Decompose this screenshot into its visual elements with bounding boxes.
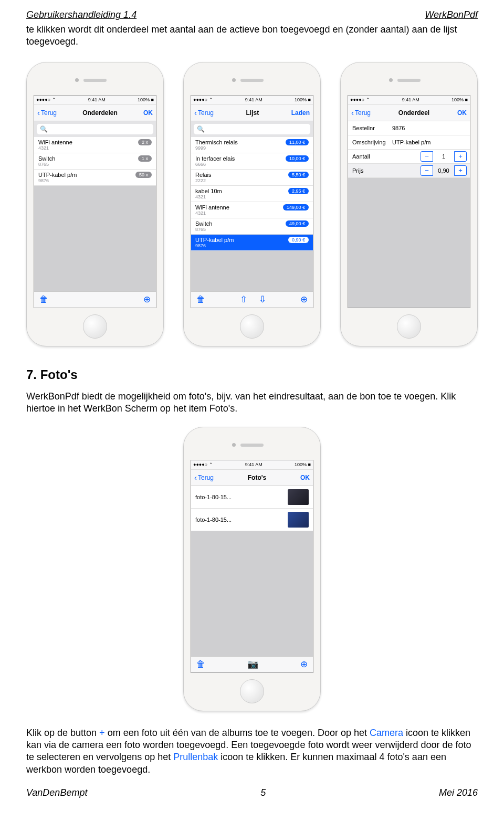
- phone-onderdeel: ●●●●○ ⌃9:41 AM100% ■ ‹Terug Onderdeel OK…: [340, 62, 478, 346]
- chevron-left-icon: ‹: [194, 473, 197, 481]
- plus-button[interactable]: +: [454, 165, 467, 176]
- phone-fotos: ●●●●○ ⌃9:41 AM100% ■ ‹Terug Foto's OK fo…: [183, 427, 321, 711]
- trash-icon[interactable]: 🗑: [39, 294, 48, 305]
- price-badge: 2,95 €: [288, 188, 309, 194]
- section-heading: 7. Foto's: [26, 367, 478, 382]
- minus-button[interactable]: −: [421, 165, 433, 176]
- photo-thumbnail: [288, 512, 309, 528]
- parts-list: WiFi antenne43212 x Switch87651 x UTP-ka…: [34, 137, 156, 186]
- nav-bar: ‹Terug Onderdelen OK: [34, 105, 156, 121]
- status-bar: ●●●●○ ⌃9:41 AM100% ■: [191, 460, 313, 470]
- search-input[interactable]: 🔍: [194, 124, 310, 134]
- back-button[interactable]: ‹Terug: [37, 109, 57, 117]
- footer-right: Mei 2016: [439, 787, 478, 798]
- search-icon: 🔍: [197, 125, 205, 133]
- price-badge: 5,50 €: [288, 172, 309, 178]
- price-badge: 49,00 €: [286, 220, 309, 227]
- header-left: Gebruikershandleiding 1.4: [26, 9, 136, 20]
- nav-title: Onderdelen: [82, 109, 118, 117]
- chevron-left-icon: ‹: [37, 109, 40, 117]
- phone-lijst: ●●●●○ ⌃9:41 AM100% ■ ‹Terug Lijst Laden …: [183, 62, 321, 346]
- list-item[interactable]: WiFi antenne4321149,00 €: [191, 202, 313, 218]
- price-badge: 10,00 €: [286, 155, 309, 162]
- list-item[interactable]: WiFi antenne43212 x: [34, 137, 156, 153]
- page-header: Gebruikershandleiding 1.4 WerkBonPdf: [26, 9, 478, 20]
- list-item[interactable]: Thermisch relais999911,00 €: [191, 137, 313, 153]
- photo-thumbnail: [288, 489, 309, 505]
- footer-left: VanDenBempt: [26, 787, 87, 798]
- prijs-value: 0,90: [433, 167, 454, 174]
- count-badge: 2 x: [138, 139, 152, 145]
- list-item[interactable]: Relais22225,50 €: [191, 170, 313, 186]
- back-button[interactable]: ‹Terug: [194, 473, 214, 481]
- field-prijs: Prijs − 0,90 +: [348, 164, 470, 178]
- bottom-toolbar: 🗑 ⊕: [34, 291, 156, 308]
- list-item[interactable]: Switch87651 x: [34, 153, 156, 170]
- list-item-selected[interactable]: UTP-kabel p/m98760,90 €: [191, 235, 313, 251]
- count-badge: 50 x: [135, 172, 152, 178]
- status-bar: ●●●●○ ⌃9:41 AM100% ■: [348, 96, 470, 105]
- list-item[interactable]: Switch876549,00 €: [191, 218, 313, 235]
- chevron-left-icon: ‹: [351, 109, 354, 117]
- minus-button[interactable]: −: [421, 151, 433, 162]
- nav-title: Onderdeel: [398, 109, 429, 117]
- add-icon[interactable]: ⊕: [300, 294, 308, 305]
- back-button[interactable]: ‹Terug: [194, 109, 214, 117]
- add-icon[interactable]: ⊕: [143, 294, 151, 305]
- price-badge: 0,90 €: [288, 237, 309, 243]
- detail-form: Bestellnr9876 OmschrijvingUTP-kabel p/m …: [348, 121, 470, 178]
- footer-center: 5: [260, 787, 266, 798]
- share-icon[interactable]: ⇧: [240, 294, 247, 305]
- add-icon[interactable]: ⊕: [300, 659, 308, 670]
- page-footer: VanDenBempt 5 Mei 2016: [26, 787, 478, 798]
- phone-onderdelen: ●●●●○ ⌃9:41 AM100% ■ ‹Terug Onderdelen O…: [26, 62, 164, 346]
- camera-icon[interactable]: 📷: [247, 659, 258, 670]
- field-omschrijving: OmschrijvingUTP-kabel p/m: [348, 135, 470, 150]
- nav-title: Lijst: [246, 109, 259, 117]
- photo-item[interactable]: foto-1-80-15...: [191, 509, 313, 531]
- bottom-toolbar: 🗑 📷 ⊕: [191, 656, 313, 672]
- list-item[interactable]: kabel 10m43212,95 €: [191, 186, 313, 202]
- camera-text: Camera: [370, 728, 403, 738]
- price-badge: 11,00 €: [286, 139, 309, 145]
- status-bar: ●●●●○ ⌃9:41 AM100% ■: [34, 96, 156, 105]
- list-item[interactable]: In terfacer elais666610,00 €: [191, 153, 313, 170]
- trash-icon[interactable]: 🗑: [196, 659, 205, 670]
- nav-bar: ‹Terug Foto's OK: [191, 470, 313, 486]
- search-icon: 🔍: [40, 125, 48, 133]
- price-badge: 149,00 €: [283, 204, 309, 210]
- phones-row-1: ●●●●○ ⌃9:41 AM100% ■ ‹Terug Onderdelen O…: [26, 62, 478, 346]
- field-bestelnr: Bestellnr9876: [348, 121, 470, 135]
- download-icon[interactable]: ⇩: [259, 294, 266, 305]
- bottom-toolbar: 🗑 ⇧ ⇩ ⊕: [191, 291, 313, 308]
- price-list: Thermisch relais999911,00 € In terfacer …: [191, 137, 313, 251]
- laden-button[interactable]: Laden: [291, 109, 310, 117]
- intro-paragraph: te klikken wordt dit onderdeel met aanta…: [26, 24, 478, 48]
- back-button[interactable]: ‹Terug: [351, 109, 371, 117]
- list-item[interactable]: UTP-kabel p/m987650 x: [34, 170, 156, 186]
- search-input[interactable]: 🔍: [37, 124, 153, 134]
- aantal-value: 1: [433, 153, 454, 160]
- chevron-left-icon: ‹: [194, 109, 197, 117]
- ok-button[interactable]: OK: [457, 109, 467, 117]
- count-badge: 1 x: [138, 155, 152, 162]
- ok-button[interactable]: OK: [143, 109, 153, 117]
- status-bar: ●●●●○ ⌃9:41 AM100% ■: [191, 96, 313, 105]
- plus-text: +: [99, 728, 105, 738]
- prullenbak-text: Prullenbak: [173, 752, 218, 762]
- header-right: WerkBonPdf: [425, 9, 478, 20]
- nav-title: Foto's: [248, 474, 267, 481]
- ok-button[interactable]: OK: [300, 474, 310, 481]
- photo-item[interactable]: foto-1-80-15...: [191, 486, 313, 509]
- omschrijving-value[interactable]: UTP-kabel p/m: [390, 139, 470, 145]
- paragraph-fotos-intro: WerkBonPdf biedt de mogelijkheid om foto…: [26, 391, 478, 415]
- field-aantal: Aantall − 1 +: [348, 150, 470, 164]
- trash-icon[interactable]: 🗑: [196, 294, 205, 305]
- plus-button[interactable]: +: [454, 151, 467, 162]
- bestelnr-value[interactable]: 9876: [390, 125, 470, 131]
- nav-bar: ‹Terug Onderdeel OK: [348, 105, 470, 121]
- nav-bar: ‹Terug Lijst Laden: [191, 105, 313, 121]
- paragraph-fotos-instructions: Klik op de button + om een foto uit één …: [26, 727, 478, 776]
- photo-list: foto-1-80-15... foto-1-80-15...: [191, 486, 313, 531]
